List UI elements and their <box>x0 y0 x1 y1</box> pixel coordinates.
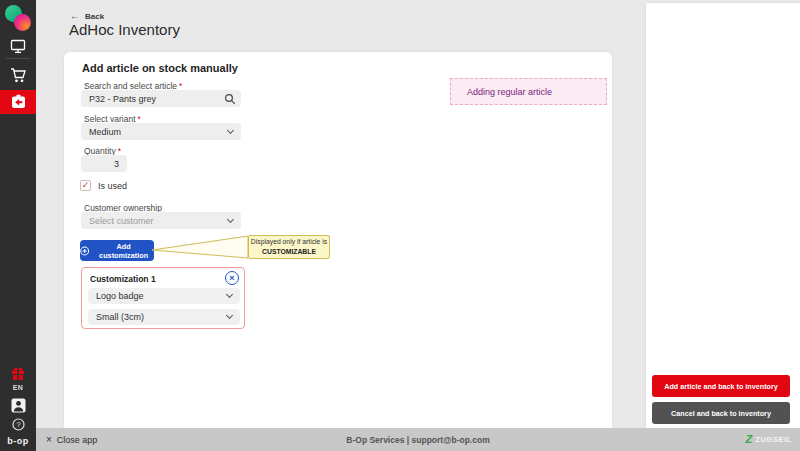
logo-pink-blob <box>14 14 31 31</box>
search-icon[interactable] <box>224 93 236 105</box>
brand-z-icon: Z <box>746 434 753 445</box>
avatar-icon <box>11 398 26 413</box>
close-app-label: Close app <box>57 435 98 445</box>
customization-title: Customization 1 <box>90 274 156 284</box>
customization-panel: Customization 1 × Logo badge Small (3cm) <box>81 267 245 329</box>
close-x-icon: × <box>46 435 52 445</box>
back-button[interactable]: ← Back <box>70 11 104 21</box>
sidebar: EN ? b-op <box>0 0 36 451</box>
variant-select[interactable]: Medium <box>81 123 241 140</box>
callout-line2: CUSTOMIZABLE <box>262 247 316 257</box>
sidebar-item-rewards[interactable] <box>0 366 36 380</box>
language-selector[interactable]: EN <box>0 384 36 391</box>
customization-type-select[interactable]: Logo badge <box>88 288 240 304</box>
adhoc-inventory-app: EN ? b-op ← Back AdHoc Inventory Add art… <box>0 0 800 451</box>
customization-type-value: Logo badge <box>96 291 144 301</box>
close-app-button[interactable]: × Close app <box>46 428 97 451</box>
is-used-label: Is used <box>98 181 127 191</box>
annotation-note: Adding regular article <box>450 78 607 105</box>
bop-logo: b-op <box>0 436 36 446</box>
cancel-button[interactable]: Cancel and back to inventory <box>652 402 790 424</box>
monitor-icon <box>10 39 26 54</box>
sidebar-item-help[interactable]: ? <box>0 417 36 431</box>
status-bar: × Close app B-Op Services | support@b-op… <box>36 428 800 451</box>
back-label: Back <box>85 12 104 21</box>
card-title: Add article on stock manually <box>82 62 238 74</box>
callout-pointer <box>150 234 250 260</box>
chevron-down-icon <box>227 215 234 222</box>
search-article-input[interactable] <box>81 90 241 107</box>
actions-panel: Add article and back to inventory Cancel… <box>646 3 800 428</box>
variant-select-value: Medium <box>89 127 121 137</box>
sidebar-item-shop[interactable] <box>0 66 36 84</box>
add-customization-button[interactable]: Add customization <box>80 240 154 261</box>
quantity-input[interactable] <box>81 155 127 172</box>
help-icon: ? <box>12 418 25 431</box>
add-article-button[interactable]: Add article and back to inventory <box>652 375 790 397</box>
customization-size-select[interactable]: Small (3cm) <box>88 309 240 325</box>
chevron-down-icon <box>227 126 234 133</box>
plus-circle-icon <box>80 246 89 256</box>
callout-line1: Displayed only if article is <box>251 237 327 247</box>
back-arrow-icon: ← <box>70 11 80 21</box>
support-text: B-Op Services | support@b-op.com <box>346 428 489 451</box>
close-circle-icon: × <box>229 274 234 283</box>
chevron-down-icon <box>226 291 233 298</box>
sidebar-item-profile[interactable] <box>0 397 36 413</box>
sidebar-item-terminal[interactable] <box>0 38 36 54</box>
customer-select-placeholder: Select customer <box>89 216 154 226</box>
page-title: AdHoc Inventory <box>69 21 180 38</box>
gift-icon <box>11 367 25 380</box>
cart-icon <box>10 67 27 84</box>
is-used-checkbox-row[interactable]: ✓ Is used <box>80 180 127 191</box>
customer-select[interactable]: Select customer <box>81 212 241 229</box>
add-customization-label: Add customization <box>93 242 154 260</box>
chevron-down-icon <box>226 312 233 319</box>
customizable-callout: Displayed only if article is CUSTOMIZABL… <box>248 235 330 259</box>
annotation-note-text: Adding regular article <box>467 87 552 97</box>
inventory-box-icon <box>10 94 27 110</box>
add-article-card: Add article on stock manually Search and… <box>64 52 612 428</box>
sidebar-item-inventory-active[interactable] <box>0 90 36 114</box>
zugseil-brand: Z ZUGSEIL <box>746 428 792 451</box>
sidebar-divider <box>6 58 30 59</box>
remove-customization-button[interactable]: × <box>225 271 239 285</box>
is-used-checkbox[interactable]: ✓ <box>80 180 91 191</box>
svg-text:?: ? <box>16 420 21 429</box>
app-logo-icon[interactable] <box>5 5 31 31</box>
brand-name: ZUGSEIL <box>755 435 792 444</box>
customization-size-value: Small (3cm) <box>96 312 144 322</box>
